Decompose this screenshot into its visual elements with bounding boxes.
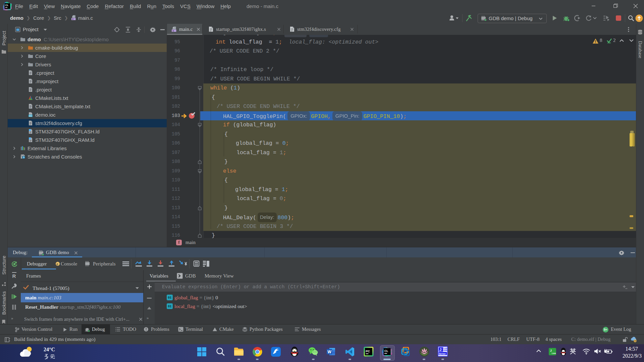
svg-text:CL: CL xyxy=(5,4,9,7)
svg-text:c: c xyxy=(57,262,58,266)
svg-text:c: c xyxy=(173,29,174,32)
svg-text:W: W xyxy=(328,350,332,354)
svg-text:J: J xyxy=(439,348,441,352)
svg-text:CL: CL xyxy=(384,349,388,353)
svg-text:c: c xyxy=(72,17,73,20)
svg-text:Link: Link xyxy=(552,352,556,354)
svg-text:R: R xyxy=(12,273,16,278)
svg-text:J: J xyxy=(550,349,552,352)
svg-text:GDB: GDB xyxy=(443,349,447,351)
svg-text:IOC: IOC xyxy=(29,115,32,117)
svg-text:PC: PC xyxy=(366,349,370,353)
svg-text:Server: Server xyxy=(439,353,446,355)
